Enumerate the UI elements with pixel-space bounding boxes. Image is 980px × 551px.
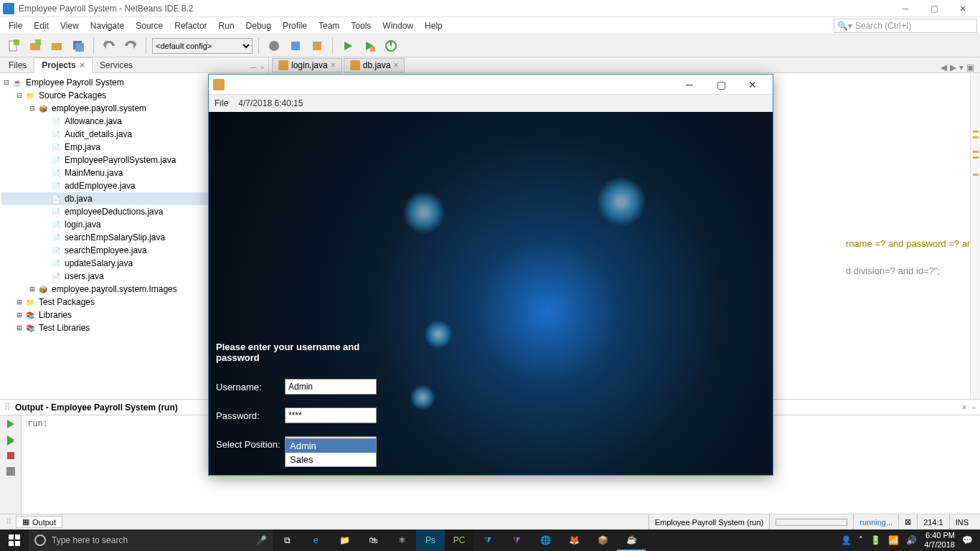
dropdown-option-sales[interactable]: Sales xyxy=(286,453,376,466)
wifi-icon[interactable]: 📶 xyxy=(888,535,899,545)
tree-source-packages[interactable]: Source Packages xyxy=(39,90,106,100)
maximize-editor-icon[interactable]: ▣ xyxy=(966,62,974,72)
stop-run-button[interactable]: ⊠ xyxy=(898,514,917,529)
login-minimize-button[interactable]: ─ xyxy=(679,79,699,90)
virtualbox-icon[interactable]: 📦 xyxy=(588,529,617,551)
settings-button[interactable] xyxy=(5,466,17,477)
output-tab-button[interactable]: ▦Output xyxy=(16,516,62,528)
store-icon[interactable]: 🛍 xyxy=(359,529,387,551)
config-select[interactable]: <default config> xyxy=(152,38,253,54)
tree-file[interactable]: MainMenu.java xyxy=(65,168,123,178)
tree-test-packages[interactable]: Test Packages xyxy=(39,297,95,307)
menu-profile[interactable]: Profile xyxy=(277,19,313,32)
menu-edit[interactable]: Edit xyxy=(28,19,55,32)
tree-file[interactable]: Allowance.java xyxy=(65,116,122,126)
tab-projects[interactable]: Projects × xyxy=(34,57,93,73)
rerun-debug-button[interactable] xyxy=(5,434,17,446)
tree-libraries[interactable]: Libraries xyxy=(39,310,72,320)
nav-dropdown-icon[interactable]: ▾ xyxy=(959,62,963,72)
java-app-taskbar-icon[interactable]: ☕ xyxy=(617,529,646,551)
open-button[interactable] xyxy=(47,37,66,55)
file-explorer-icon[interactable]: 📁 xyxy=(330,529,359,551)
position-dropdown[interactable]: Admin Sales xyxy=(285,438,377,467)
vscode-icon[interactable]: ⧩ xyxy=(473,529,502,551)
atom-icon[interactable]: ⚛ xyxy=(387,529,416,551)
tray-chevron-icon[interactable]: ˄ xyxy=(859,535,863,545)
menu-window[interactable]: Window xyxy=(377,19,419,32)
pycharm-icon[interactable]: PC xyxy=(445,529,473,551)
tree-file[interactable]: employeeDeductions.java xyxy=(65,207,163,217)
login-maximize-button[interactable]: ▢ xyxy=(711,79,731,90)
menu-debug[interactable]: Debug xyxy=(240,19,277,32)
tab-services[interactable]: Services xyxy=(93,58,140,72)
visualstudio-icon[interactable]: ⧩ xyxy=(502,529,531,551)
password-input[interactable] xyxy=(285,408,377,423)
nav-forward-icon[interactable]: ▶ xyxy=(950,62,956,72)
tree-file[interactable]: updateSalary.java xyxy=(65,258,133,268)
login-close-button[interactable]: ✕ xyxy=(743,79,763,90)
close-icon[interactable]: × xyxy=(393,60,398,70)
build-button[interactable] xyxy=(265,37,283,55)
close-button[interactable]: ✕ xyxy=(948,0,977,17)
resize-handle-icon[interactable]: ⠿ xyxy=(4,402,11,413)
close-output-button[interactable]: × xyxy=(962,402,967,413)
rerun-button[interactable] xyxy=(5,418,17,430)
menu-refactor[interactable]: Refactor xyxy=(169,19,212,32)
taskbar-clock[interactable]: 6:40 PM 4/7/2018 xyxy=(924,531,955,550)
tree-file[interactable]: Audit_details.java xyxy=(65,129,132,139)
start-button[interactable] xyxy=(0,529,29,551)
restore-pane-button[interactable]: ▫ xyxy=(261,62,264,72)
tree-file[interactable]: addEmployee.java xyxy=(65,181,136,191)
minimize-button[interactable]: ─ xyxy=(891,0,920,17)
debug-button[interactable] xyxy=(360,37,379,55)
tree-file[interactable]: Emp.java xyxy=(65,142,100,152)
battery-icon[interactable]: 🔋 xyxy=(870,535,881,545)
taskbar-search[interactable]: Type here to search 🎤 xyxy=(29,529,273,551)
clean-build-button[interactable] xyxy=(286,37,305,55)
tree-root[interactable]: Employee Payroll System xyxy=(26,77,124,88)
menu-run[interactable]: Run xyxy=(213,19,240,32)
close-icon[interactable]: × xyxy=(331,60,336,70)
menu-team[interactable]: Team xyxy=(313,19,345,32)
minimize-output-button[interactable]: ▫ xyxy=(973,402,976,413)
new-project-button[interactable] xyxy=(26,37,44,55)
save-all-button[interactable] xyxy=(69,37,88,55)
menu-view[interactable]: View xyxy=(55,19,85,32)
photoshop-icon[interactable]: Ps xyxy=(416,529,445,551)
username-input[interactable] xyxy=(285,379,377,395)
editor-tab-db[interactable]: db.java× xyxy=(344,58,405,72)
new-file-button[interactable] xyxy=(4,37,23,55)
login-titlebar[interactable]: ─ ▢ ✕ xyxy=(209,75,773,95)
mic-icon[interactable]: 🎤 xyxy=(256,535,267,545)
task-view-button[interactable]: ⧉ xyxy=(273,529,301,551)
edge-icon[interactable]: e xyxy=(301,529,330,551)
tree-package-images[interactable]: employee.payroll.system.Images xyxy=(52,284,177,294)
volume-icon[interactable]: 🔊 xyxy=(906,535,917,545)
stop-button[interactable] xyxy=(5,450,17,461)
minimize-pane-button[interactable]: ─ xyxy=(250,62,257,72)
tree-package[interactable]: employee.payroll.system xyxy=(52,103,146,113)
close-icon[interactable]: × xyxy=(80,60,85,70)
redo-button[interactable] xyxy=(121,37,140,55)
undo-button[interactable] xyxy=(100,37,118,55)
people-icon[interactable]: 👤 xyxy=(841,535,852,545)
menu-file[interactable]: File xyxy=(3,19,28,32)
menu-navigate[interactable]: Navigate xyxy=(85,19,130,32)
firefox-icon[interactable]: 🦊 xyxy=(560,529,588,551)
search-input[interactable]: 🔍▾ Search (Ctrl+I) xyxy=(834,19,977,33)
menu-help[interactable]: Help xyxy=(419,19,448,32)
maximize-button[interactable]: ▢ xyxy=(920,0,948,17)
run-button[interactable] xyxy=(339,37,357,55)
login-menu-file[interactable]: File xyxy=(215,98,228,108)
tree-file[interactable]: users.java xyxy=(65,271,104,281)
profile-button[interactable] xyxy=(382,37,400,55)
menu-tools[interactable]: Tools xyxy=(345,19,377,32)
tree-file-selected[interactable]: db.java xyxy=(65,194,93,204)
tree-file[interactable]: EmployeePayrollSystem.java xyxy=(65,155,176,165)
chrome-icon[interactable]: 🌐 xyxy=(531,529,560,551)
nav-back-icon[interactable]: ◀ xyxy=(941,62,947,72)
tab-files[interactable]: Files xyxy=(1,58,34,72)
tree-file[interactable]: searchEmployee.java xyxy=(65,245,147,255)
notifications-icon[interactable]: 💬 xyxy=(962,535,973,545)
rebuild-button[interactable] xyxy=(308,37,326,55)
